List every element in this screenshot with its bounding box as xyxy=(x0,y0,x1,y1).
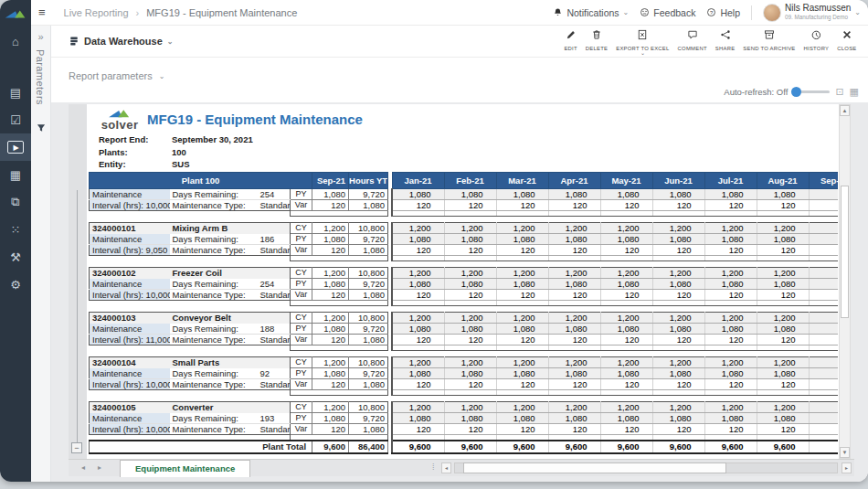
maintenance-type-value[interactable]: Standard xyxy=(258,335,291,345)
sep-value[interactable]: 120 xyxy=(312,335,349,345)
month-value[interactable] xyxy=(809,290,838,301)
month-value[interactable]: 1,200 xyxy=(444,268,496,279)
month-value[interactable]: 1,200 xyxy=(444,313,496,324)
scenario-tag[interactable]: CY xyxy=(291,313,312,324)
history-button[interactable]: HISTORY xyxy=(804,27,830,51)
month-value[interactable]: 1,200 xyxy=(652,313,704,324)
sidebar-item-workflow[interactable]: ⁙ xyxy=(0,216,31,243)
sep-value[interactable]: 1,200 xyxy=(312,268,349,279)
month-header[interactable]: Aug-21 xyxy=(757,173,809,189)
month-value[interactable]: 1,080 xyxy=(496,368,548,379)
scenario-tag[interactable]: PY xyxy=(291,324,312,335)
days-remaining-value[interactable]: 188 xyxy=(258,324,291,335)
sidebar-item-calculator[interactable]: ▦ xyxy=(0,161,31,188)
month-value[interactable]: 1,200 xyxy=(444,223,496,234)
month-value[interactable]: 1,200 xyxy=(757,268,809,279)
vertical-scroll-thumb[interactable] xyxy=(841,186,849,318)
ytd-value[interactable]: 1,080 xyxy=(349,245,388,256)
cell[interactable] xyxy=(90,351,388,357)
equipment-name[interactable]: Freezer Coil xyxy=(170,268,258,279)
maintenance-type-value[interactable]: Standard xyxy=(258,424,291,435)
month-value[interactable]: 1,200 xyxy=(704,313,757,324)
month-value[interactable]: 1,200 xyxy=(600,313,652,324)
sidebar-item-settings[interactable]: ⚙ xyxy=(0,271,31,298)
data-source-dropdown[interactable]: Data Warehouse ⌄ xyxy=(69,36,174,47)
ytd-value[interactable]: 9,720 xyxy=(349,368,388,379)
maintenance-type-value[interactable]: Standard xyxy=(258,200,291,211)
vertical-scrollbar[interactable]: ▲ ▼ xyxy=(839,104,851,459)
month-value[interactable]: 1,200 xyxy=(496,357,548,368)
plant-total-month[interactable]: 9,600 xyxy=(757,441,809,453)
sep-value[interactable]: 1,200 xyxy=(312,402,349,413)
month-value[interactable]: 1,200 xyxy=(392,268,444,279)
month-value[interactable]: 1,200 xyxy=(548,313,600,324)
equipment-id[interactable]: 324000104 xyxy=(90,357,170,368)
sidebar-item-tools[interactable]: ⚒ xyxy=(0,243,31,271)
month-value[interactable] xyxy=(809,357,838,368)
sep-value[interactable]: 120 xyxy=(312,424,349,435)
month-value[interactable]: 120 xyxy=(548,424,600,435)
month-value[interactable]: 1,080 xyxy=(704,368,757,379)
interval-label[interactable]: Interval (hrs): 10,000 xyxy=(90,379,170,390)
plant-total-label[interactable]: Plant Total xyxy=(90,441,312,453)
month-value[interactable]: 120 xyxy=(444,200,496,211)
scroll-left-button[interactable]: ◂ xyxy=(441,462,451,473)
plant-total-month[interactable]: 9,600 xyxy=(392,441,444,453)
month-value[interactable]: 120 xyxy=(652,379,704,390)
month-value[interactable]: 1,200 xyxy=(392,357,444,368)
ytd-value[interactable]: 1,080 xyxy=(349,379,388,390)
sep-value[interactable]: 1,200 xyxy=(312,313,349,324)
month-value[interactable]: 1,200 xyxy=(496,402,548,413)
month-header[interactable]: May-21 xyxy=(600,173,652,189)
month-value[interactable]: 120 xyxy=(444,335,496,345)
month-value[interactable]: 1,080 xyxy=(652,189,704,200)
report-parameters-dropdown[interactable]: Report parameters ⌄ xyxy=(69,70,164,81)
interval-label[interactable]: Interval (hrs): 11,000 xyxy=(90,335,170,345)
cell[interactable] xyxy=(90,396,388,402)
expand-panel-icon[interactable]: » xyxy=(31,31,50,42)
auto-refresh-slider[interactable] xyxy=(793,90,830,93)
month-value[interactable]: 120 xyxy=(392,290,444,301)
month-value[interactable]: 120 xyxy=(496,379,548,390)
maintenance-label[interactable]: Maintenance xyxy=(90,234,170,245)
month-value[interactable]: 120 xyxy=(392,245,444,256)
plant-total-month[interactable] xyxy=(809,441,838,453)
plant-total-month[interactable]: 9,600 xyxy=(444,441,496,453)
scenario-tag[interactable]: CY xyxy=(291,268,312,279)
ytd-value[interactable]: 9,720 xyxy=(349,413,388,424)
month-value[interactable]: 120 xyxy=(392,200,444,211)
slider-knob[interactable] xyxy=(791,87,801,97)
month-value[interactable]: 120 xyxy=(600,379,652,390)
month-value[interactable]: 1,080 xyxy=(704,413,757,424)
month-value[interactable] xyxy=(809,234,838,245)
month-value[interactable]: 120 xyxy=(548,245,600,256)
equipment-name[interactable]: Converter xyxy=(170,402,258,413)
month-value[interactable]: 120 xyxy=(652,200,704,211)
sep-value[interactable]: 1,080 xyxy=(312,368,349,379)
month-value[interactable]: 1,200 xyxy=(704,268,757,279)
ytd-value[interactable]: 10,800 xyxy=(349,402,388,413)
month-value[interactable] xyxy=(809,424,838,435)
month-value[interactable]: 1,080 xyxy=(392,413,444,424)
month-value[interactable] xyxy=(809,279,838,290)
month-value[interactable]: 1,080 xyxy=(548,413,600,424)
month-value[interactable]: 1,080 xyxy=(757,368,809,379)
interval-label[interactable]: Interval (hrs): 10,000 xyxy=(90,200,170,211)
equipment-id[interactable]: 324000103 xyxy=(90,313,170,324)
ytd-value[interactable]: 9,720 xyxy=(349,324,388,335)
month-value[interactable] xyxy=(809,245,838,256)
ytd-value[interactable]: 1,080 xyxy=(349,335,388,345)
month-value[interactable]: 1,200 xyxy=(444,357,496,368)
scenario-tag[interactable]: PY xyxy=(291,279,312,290)
scenario-tag[interactable]: CY xyxy=(291,357,312,368)
month-value[interactable]: 1,200 xyxy=(757,357,809,368)
month-value[interactable]: 120 xyxy=(496,200,548,211)
days-remaining-value[interactable]: 92 xyxy=(258,368,291,379)
month-value[interactable] xyxy=(809,368,838,379)
sep-value[interactable]: 1,080 xyxy=(312,234,349,245)
month-value[interactable]: 1,080 xyxy=(548,279,600,290)
month-value[interactable]: 1,080 xyxy=(704,234,757,245)
plant-total-sep[interactable]: 9,600 xyxy=(312,441,349,453)
month-value[interactable] xyxy=(809,324,838,335)
month-value[interactable]: 1,200 xyxy=(548,223,600,234)
